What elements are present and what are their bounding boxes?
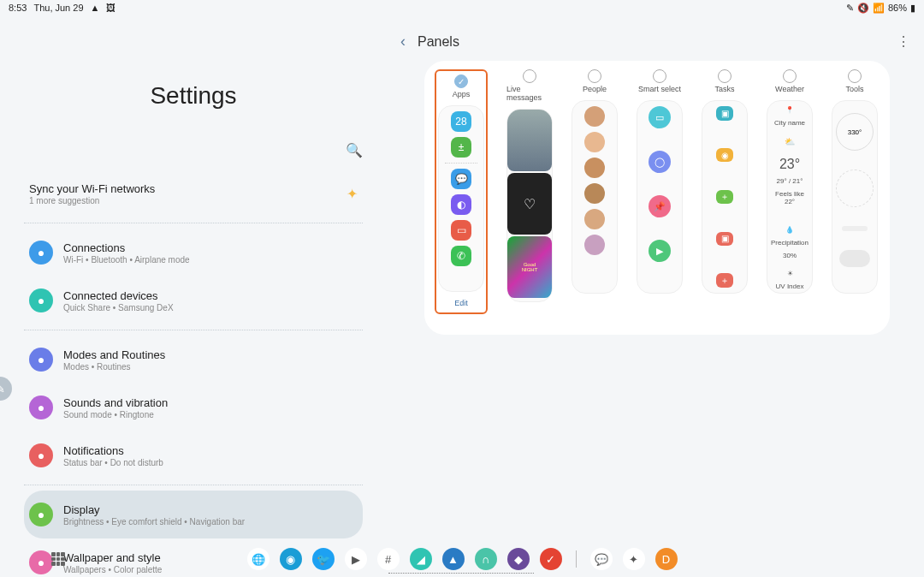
panel-radio[interactable] — [718, 69, 732, 83]
chrome-icon[interactable]: 🌐 — [247, 548, 270, 570]
chat-icon[interactable]: 💬 — [590, 548, 613, 570]
settings-item-sub: Sound mode • Ringtone — [63, 410, 358, 419]
panel-radio[interactable] — [783, 69, 797, 83]
back-button[interactable]: ‹ — [400, 33, 406, 51]
weather-precip-value: 30% — [783, 252, 797, 259]
taskbar-separator — [576, 550, 577, 568]
status-date: Thu, Jun 29 — [33, 3, 83, 13]
panel-preview-live-messages[interactable]: ♡ GoodNIGHT — [506, 109, 553, 302]
person-avatar-4 — [584, 209, 605, 229]
task-icon-1: ◉ — [716, 148, 733, 163]
settings-item-sub: Quick Share • Samsung DeX — [63, 303, 358, 312]
panel-radio[interactable]: ✓ — [454, 74, 468, 88]
settings-item-title: Modes and Routines — [63, 348, 358, 361]
calendar-icon: 28 — [451, 111, 471, 132]
lm-img-2: ♡ — [507, 173, 552, 235]
panel-label: Apps — [453, 90, 471, 98]
battery-icon: ▮ — [910, 3, 915, 14]
panel-radio[interactable] — [588, 69, 601, 83]
weather-temp: 23° — [779, 157, 800, 172]
panel-col-live-messages: Live messages ♡ GoodNIGHT — [506, 69, 553, 314]
weather-drop-icon: 💧 — [785, 226, 794, 234]
app-b-icon[interactable]: ▲ — [442, 548, 465, 570]
dex-icon[interactable]: D — [655, 548, 678, 570]
status-bar: 8:53 Thu, Jun 29 ▲ 🖼 ✎ 🔇 📶 86% ▮ — [0, 0, 924, 15]
apps-grid-icon[interactable] — [51, 552, 65, 566]
weather-city: City name — [774, 119, 805, 127]
panel-radio[interactable] — [653, 69, 666, 83]
panel-preview-tasks[interactable]: ▣◉＋▣＋ — [702, 100, 748, 294]
panels-title: Panels — [418, 34, 897, 50]
panel-preview-tools[interactable]: 330° — [832, 100, 878, 294]
app-a-icon[interactable]: ◢ — [410, 548, 432, 570]
panel-col-smart-select: Smart select▭◯📌▶ — [637, 69, 683, 314]
panel-col-weather: Weather 📍 City name ⛅ 23° 29° / 21° Feel… — [767, 69, 813, 314]
settings-item-icon: ● — [29, 348, 53, 372]
taskbar: 🌐◉🐦▶#◢▲∩◆✓💬✦D — [0, 544, 924, 574]
panel-preview-smart-select[interactable]: ▭◯📌▶ — [637, 100, 683, 294]
settings-item-connections[interactable]: ● Connections Wi-Fi • Bluetooth • Airpla… — [24, 229, 363, 277]
suggestion-item[interactable]: Sync your Wi-Fi networks 1 more suggesti… — [24, 170, 363, 217]
settings-item-icon: ● — [29, 288, 53, 312]
panel-radio[interactable] — [848, 69, 862, 83]
task-icon-0: ▣ — [716, 106, 733, 121]
panel-label: Smart select — [638, 85, 681, 93]
person-avatar-3 — [584, 183, 605, 204]
panels-body: ✓Apps28±💬◐▭✆ EditLive messages ♡ GoodNIG… — [424, 61, 890, 335]
image-icon: 🖼 — [106, 3, 116, 13]
weather-cloud-icon: ⛅ — [785, 137, 795, 146]
slack-icon[interactable]: # — [377, 548, 400, 570]
panel-col-apps: ✓Apps28±💬◐▭✆ Edit — [435, 69, 488, 314]
app-c-icon[interactable]: ∩ — [475, 548, 497, 570]
divider — [24, 223, 363, 223]
settings-item-title: Notifications — [63, 444, 358, 457]
weather-sun-icon: ☀ — [787, 270, 793, 277]
settings-item-icon: ● — [29, 241, 53, 265]
phone-icon: ✆ — [451, 246, 471, 266]
photos-icon[interactable]: ✦ — [623, 548, 645, 570]
divider — [24, 485, 363, 485]
todoist-icon[interactable]: ✓ — [540, 548, 562, 570]
edit-link[interactable]: Edit — [454, 299, 468, 307]
more-button[interactable]: ⋮ — [897, 33, 910, 50]
panel-col-tools: Tools 330° — [832, 69, 878, 314]
lm-img-3: GoodNIGHT — [507, 236, 552, 298]
settings-item-title: Display — [63, 503, 358, 516]
person-avatar-5 — [584, 235, 605, 255]
settings-item-display[interactable]: ● Display Brightness • Eye comfort shiel… — [24, 491, 363, 538]
task-icon-2: ＋ — [716, 190, 733, 205]
level-dial — [836, 170, 874, 207]
panel-label: Tasks — [714, 85, 734, 93]
panel-col-people: People — [572, 69, 618, 314]
twitter-icon[interactable]: 🐦 — [312, 548, 335, 570]
settings-panel: Settings 🔍 Sync your Wi-Fi networks 1 mo… — [0, 15, 387, 560]
settings-item-icon: ● — [29, 503, 53, 526]
panel-preview-weather[interactable]: 📍 City name ⛅ 23° 29° / 21° Feels like 2… — [767, 100, 813, 294]
panel-label: Tools — [845, 85, 863, 93]
settings-item-modes-and-routines[interactable]: ● Modes and Routines Modes • Routines — [24, 336, 363, 384]
panel-preview-apps[interactable]: 28±💬◐▭✆ — [438, 105, 484, 292]
obsidian-icon[interactable]: ◆ — [507, 548, 530, 570]
weather-uv-label: UV Index — [776, 283, 804, 290]
person-avatar-0 — [584, 106, 605, 127]
panel-preview-people[interactable] — [572, 100, 618, 294]
sparkle-icon: ✦ — [346, 186, 358, 202]
settings-item-sounds-and-vibration[interactable]: ● Sounds and vibration Sound mode • Ring… — [24, 384, 363, 431]
status-time: 8:53 — [9, 3, 27, 13]
gif-icon: ▶ — [649, 240, 671, 262]
edge-icon[interactable]: ◉ — [280, 548, 302, 570]
panel-label: Live messages — [506, 85, 553, 102]
messages-icon: 💬 — [451, 169, 471, 189]
compass-dial: 330° — [836, 113, 874, 151]
weather-high-low: 29° / 21° — [777, 177, 803, 185]
settings-item-notifications[interactable]: ● Notifications Status bar • Do not dist… — [24, 431, 363, 479]
settings-item-icon: ● — [29, 396, 53, 419]
weather-precip-label: Precipitation — [771, 239, 808, 247]
suggestion-sub: 1 more suggestion — [29, 196, 346, 205]
play-icon[interactable]: ▶ — [345, 548, 367, 570]
settings-item-connected-devices[interactable]: ● Connected devices Quick Share • Samsun… — [24, 277, 363, 324]
panel-radio[interactable] — [523, 69, 536, 83]
search-icon[interactable]: 🔍 — [346, 142, 363, 158]
lm-img-1 — [507, 110, 552, 171]
tool-pill — [839, 250, 870, 267]
